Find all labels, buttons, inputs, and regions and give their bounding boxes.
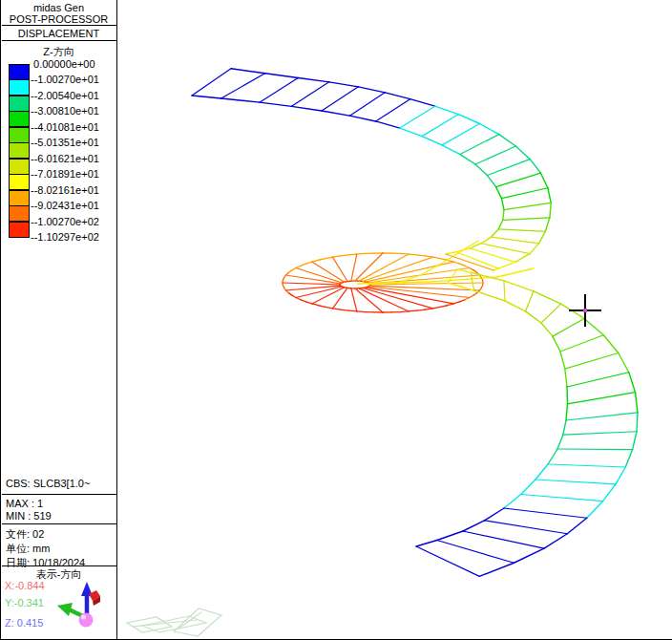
legend-swatch (9, 222, 30, 238)
legend-value: --4.01081e+01 (31, 121, 99, 133)
model-edge (526, 311, 542, 323)
model-edge (312, 304, 319, 306)
model-edge (231, 69, 265, 74)
legend-value: --2.00540e+01 (31, 90, 99, 101)
model-edge (260, 78, 298, 103)
divider (2, 523, 116, 524)
model-edge (568, 393, 636, 404)
model-edge (534, 291, 561, 304)
triad-origin-ball (79, 613, 94, 628)
model-edge (312, 262, 345, 282)
model-edge (504, 281, 505, 301)
model-edge (417, 255, 425, 256)
model-edge (298, 78, 328, 82)
crosshair-center (583, 309, 587, 312)
model-edge (422, 115, 458, 137)
model-edge (286, 286, 341, 290)
view-dir-y: Y:-0.341 (5, 597, 44, 608)
model-edge (333, 309, 341, 309)
model-edge (548, 188, 551, 203)
model-edge (341, 309, 348, 310)
model-edge (530, 244, 539, 254)
model-edge (499, 135, 516, 146)
model-edge (348, 310, 357, 311)
model-edge (192, 69, 231, 96)
model-edge (463, 531, 544, 548)
model-edge (504, 508, 587, 518)
model-edge (306, 302, 312, 304)
unit-label: 单位: mm (6, 542, 50, 556)
model-edge (541, 323, 553, 336)
legend-value: --5.01351e+01 (31, 137, 99, 148)
model-edge (619, 352, 629, 372)
model-edge (459, 300, 465, 302)
model-edge (442, 124, 480, 145)
model-edge (496, 173, 541, 186)
file-label: 文件: 02 (6, 527, 44, 542)
model-edge (557, 449, 633, 450)
model-edge (563, 432, 637, 435)
model-edge (437, 531, 463, 541)
load-combination: CBS: SLCB3[1.0~ (6, 478, 90, 489)
model-edge (319, 259, 326, 261)
model-edge (567, 373, 629, 387)
model-edge (192, 96, 221, 98)
model-edge (351, 288, 357, 311)
model-edge (503, 210, 504, 221)
model-edge (481, 237, 491, 244)
model-edge (603, 484, 616, 501)
mini-model-icon (174, 608, 221, 636)
model-edge (442, 145, 460, 155)
legend-value: --8.02161e+01 (31, 184, 99, 196)
legend-swatch (9, 142, 30, 159)
legend-swatch (9, 127, 30, 143)
legend-value: --7.01891e+01 (31, 168, 99, 180)
model-edge (400, 311, 409, 312)
model-edge (504, 203, 551, 209)
model-edge (463, 521, 485, 531)
model-edge (480, 124, 499, 135)
model-edge (603, 335, 619, 353)
model-edge (400, 106, 435, 128)
model-edge (446, 252, 456, 254)
model-edge (459, 264, 465, 266)
model-edge (514, 548, 544, 563)
model-edge (521, 495, 603, 501)
model-edge (357, 311, 366, 312)
model-edge (440, 306, 447, 308)
model-edge (460, 135, 499, 155)
model-edge (359, 288, 409, 311)
model-edge (260, 102, 292, 106)
model-edge (498, 262, 515, 268)
model-edge (435, 106, 459, 114)
result-mode: DISPLACEMENT (1, 28, 116, 39)
model-edge (501, 199, 504, 210)
model-edge (494, 268, 498, 270)
model-edge (456, 248, 470, 252)
axis-triad-icon (53, 578, 111, 635)
model-edge (329, 82, 359, 87)
model-edge (453, 262, 459, 264)
legend-swatch (9, 159, 30, 175)
model-edge (515, 146, 530, 160)
model-edge (635, 393, 637, 413)
model-edge (292, 268, 296, 270)
model-edge (616, 467, 625, 484)
model-edge (322, 111, 349, 116)
model-edge (475, 164, 487, 176)
model-edge (501, 188, 547, 199)
model-edge (301, 300, 306, 302)
model-edge (557, 435, 563, 449)
view-dir-x: X:-0.844 (5, 580, 45, 591)
model-edge (560, 352, 565, 369)
model-edge (341, 255, 348, 256)
model-edge (629, 373, 636, 393)
model-edge (292, 295, 296, 297)
legend-value: --1.00270e+01 (31, 74, 99, 85)
legend-swatch (9, 174, 30, 190)
model-edge (633, 432, 637, 450)
legend-value: 0.00000e+00 (31, 58, 95, 70)
model-edge (521, 480, 536, 495)
model-edge (515, 254, 530, 263)
model-edge (319, 306, 326, 308)
